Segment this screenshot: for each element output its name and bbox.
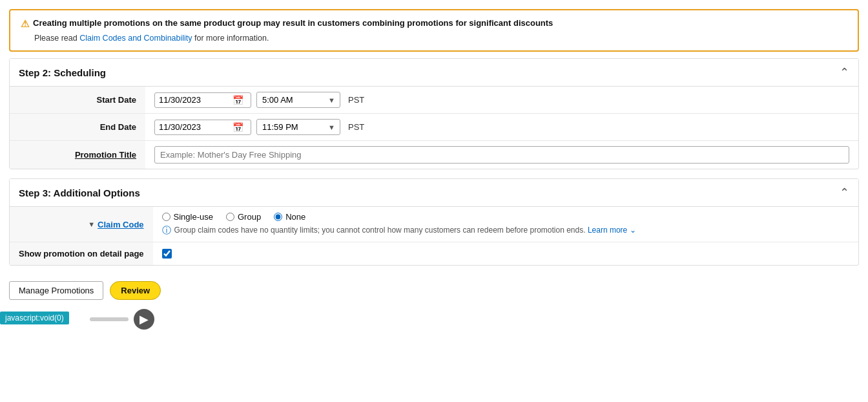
claim-code-info-text: Group claim codes have no quantity limit… xyxy=(174,226,636,235)
scroll-thumb xyxy=(90,317,129,321)
end-time-select-wrap: 12:00 AM 1:00 AM 2:00 AM 3:00 AM 4:00 AM… xyxy=(256,119,340,135)
claim-code-row: ▼ Claim Code Single-use Group xyxy=(10,207,858,242)
warning-icon: ⚠ xyxy=(21,18,29,30)
step2-section: Step 2: Scheduling ⌃ Start Date 📅 12:00 … xyxy=(9,58,859,169)
claim-code-info-row: ⓘ Group claim codes have no quantity lim… xyxy=(162,226,849,237)
radio-single-use-label[interactable]: Single-use xyxy=(162,212,213,222)
step3-form-table: ▼ Claim Code Single-use Group xyxy=(10,207,858,265)
promotion-title-input-cell xyxy=(145,141,858,169)
start-date-label: Start Date xyxy=(10,87,145,114)
end-date-input[interactable] xyxy=(159,122,230,132)
claim-code-input-cell: Single-use Group None ⓘ Group claim code… xyxy=(153,207,858,242)
radio-single-use[interactable] xyxy=(162,213,170,221)
review-button[interactable]: Review xyxy=(110,281,161,300)
end-date-label: End Date xyxy=(10,114,145,141)
claim-code-label[interactable]: Claim Code xyxy=(98,220,144,229)
show-promotion-checkbox[interactable] xyxy=(162,249,172,259)
promotion-title-label: Promotion Title xyxy=(10,141,145,169)
start-date-row: Start Date 📅 12:00 AM 1:00 AM 2:00 AM 3:… xyxy=(10,87,858,114)
show-promotion-row: Show promotion on detail page xyxy=(10,242,858,266)
end-date-input-cell: 📅 12:00 AM 1:00 AM 2:00 AM 3:00 AM 4:00 … xyxy=(145,114,858,141)
end-time-select[interactable]: 12:00 AM 1:00 AM 2:00 AM 3:00 AM 4:00 AM… xyxy=(256,119,340,135)
promotion-title-row: Promotion Title xyxy=(10,141,858,169)
step2-title: Step 2: Scheduling xyxy=(19,67,106,78)
radio-group-option[interactable] xyxy=(226,213,234,221)
start-time-select[interactable]: 12:00 AM 1:00 AM 2:00 AM 3:00 AM 4:00 AM… xyxy=(256,92,340,108)
radio-group-label[interactable]: Group xyxy=(226,212,261,222)
claim-codes-link[interactable]: Claim Codes and Combinability xyxy=(79,34,192,43)
claim-code-label-cell: ▼ Claim Code xyxy=(10,207,153,242)
start-date-time-row: 📅 12:00 AM 1:00 AM 2:00 AM 3:00 AM 4:00 … xyxy=(154,92,849,108)
step3-collapse-icon[interactable]: ⌃ xyxy=(840,185,849,200)
step3-title: Step 3: Additional Options xyxy=(19,187,140,198)
step3-header: Step 3: Additional Options ⌃ xyxy=(10,179,858,207)
promotion-title-input[interactable] xyxy=(154,146,849,164)
start-date-calendar-icon[interactable]: 📅 xyxy=(232,95,243,105)
warning-title: ⚠ Creating multiple promotions on the sa… xyxy=(21,18,847,30)
end-date-calendar-icon[interactable]: 📅 xyxy=(232,122,243,132)
claim-code-arrow-icon: ▼ xyxy=(88,220,95,228)
bottom-status-area: javascript:void(0) ▶ xyxy=(0,306,868,330)
radio-none[interactable] xyxy=(274,213,282,221)
radio-none-label[interactable]: None xyxy=(274,212,305,222)
start-date-input[interactable] xyxy=(159,95,230,105)
step2-form-table: Start Date 📅 12:00 AM 1:00 AM 2:00 AM 3:… xyxy=(10,87,858,169)
start-date-input-wrap: 📅 xyxy=(154,92,251,108)
end-pst-label: PST xyxy=(348,122,364,132)
warning-subtitle: Please read Claim Codes and Combinabilit… xyxy=(34,34,847,43)
show-promotion-input-cell xyxy=(153,242,858,266)
show-promotion-label: Show promotion on detail page xyxy=(10,242,153,266)
end-date-time-row: 📅 12:00 AM 1:00 AM 2:00 AM 3:00 AM 4:00 … xyxy=(154,119,849,135)
start-pst-label: PST xyxy=(348,95,364,105)
status-bar-text: javascript:void(0) xyxy=(0,312,69,324)
end-date-input-wrap: 📅 xyxy=(154,120,251,135)
show-promotion-checkbox-wrap xyxy=(162,249,849,259)
learn-more-link[interactable]: Learn more ⌄ xyxy=(588,226,636,235)
warning-box: ⚠ Creating multiple promotions on the sa… xyxy=(9,9,859,52)
claim-code-radio-group: Single-use Group None xyxy=(162,212,849,222)
end-date-row: End Date 📅 12:00 AM 1:00 AM 2:00 AM 3:00… xyxy=(10,114,858,141)
nav-icon[interactable]: ▶ xyxy=(134,309,154,330)
start-date-input-cell: 📅 12:00 AM 1:00 AM 2:00 AM 3:00 AM 4:00 … xyxy=(145,87,858,114)
step2-collapse-icon[interactable]: ⌃ xyxy=(840,65,849,79)
step2-header: Step 2: Scheduling ⌃ xyxy=(10,59,858,87)
step3-section: Step 3: Additional Options ⌃ ▼ Claim Cod… xyxy=(9,178,859,266)
bottom-bar: Manage Promotions Review xyxy=(0,275,868,306)
start-time-select-wrap: 12:00 AM 1:00 AM 2:00 AM 3:00 AM 4:00 AM… xyxy=(256,92,340,108)
info-icon: ⓘ xyxy=(162,225,171,237)
manage-promotions-button[interactable]: Manage Promotions xyxy=(9,281,103,300)
